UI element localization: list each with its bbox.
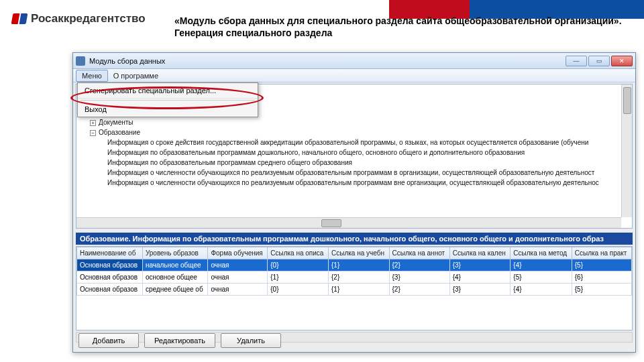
grid-header[interactable]: Ссылка на учебн bbox=[329, 247, 390, 259]
grid-header[interactable]: Форма обучения bbox=[208, 247, 268, 259]
scrollbar-thumb[interactable] bbox=[623, 87, 631, 114]
grid-header[interactable]: Наименование об bbox=[77, 247, 143, 259]
table-row[interactable]: Основная образовосновное общееочная{1}{2… bbox=[77, 272, 632, 284]
button-row: Добавить Редактировать Удалить bbox=[78, 333, 281, 348]
menu-item-generate[interactable]: Сгенерировать специальный раздел... bbox=[78, 83, 258, 99]
window-buttons: — ▭ ✕ bbox=[566, 56, 633, 66]
window-title: Модуль сбора данных bbox=[89, 57, 566, 65]
grid-header[interactable]: Ссылка на аннот bbox=[389, 247, 449, 259]
menu-item-exit[interactable]: Выход bbox=[78, 102, 258, 117]
menu-menu[interactable]: Меню bbox=[76, 70, 108, 82]
page-title: «Модуль сбора данных для специального ра… bbox=[174, 15, 637, 39]
table-row[interactable]: Основная образовсреднее общее обочная{0}… bbox=[77, 284, 632, 296]
tree-horizontal-scrollbar[interactable] bbox=[76, 217, 621, 228]
collapse-icon[interactable]: − bbox=[90, 130, 96, 136]
menu-dropdown: Сгенерировать специальный раздел... Выхо… bbox=[77, 82, 258, 117]
slide-header: Росаккредагентство «Модуль сбора данных … bbox=[0, 0, 644, 51]
grid-header[interactable]: Ссылка на описа bbox=[268, 247, 329, 259]
title-area: «Модуль сбора данных для специального ра… bbox=[168, 0, 644, 39]
menu-about[interactable]: О программе bbox=[108, 70, 164, 81]
expand-icon[interactable]: + bbox=[90, 120, 96, 126]
logo-area: Росаккредагентство bbox=[0, 0, 168, 25]
scrollbar-thumb[interactable] bbox=[321, 219, 341, 227]
grid-header-row: Наименование об Уровень образов Форма об… bbox=[77, 247, 632, 259]
app-icon bbox=[76, 56, 85, 66]
logo-flag-icon bbox=[12, 13, 27, 24]
app-window: Модуль сбора данных — ▭ ✕ Меню О програм… bbox=[72, 52, 636, 353]
section-title: Образование. Информация по образовательн… bbox=[76, 233, 633, 245]
titlebar[interactable]: Модуль сбора данных — ▭ ✕ bbox=[73, 53, 635, 69]
grid-header[interactable]: Уровень образов bbox=[142, 247, 208, 259]
data-grid[interactable]: Наименование об Уровень образов Форма об… bbox=[76, 246, 633, 330]
tree-node[interactable]: −Образование bbox=[80, 127, 628, 137]
tree-vertical-scrollbar[interactable] bbox=[621, 84, 632, 217]
tree-node[interactable]: Информация о численности обучающихся по … bbox=[80, 178, 628, 188]
tree-node[interactable]: Информация по образовательным программам… bbox=[80, 158, 628, 168]
menubar: Меню О программе bbox=[73, 69, 635, 82]
maximize-button[interactable]: ▭ bbox=[588, 56, 610, 66]
minimize-button[interactable]: — bbox=[566, 56, 587, 66]
tree-node[interactable]: +Документы bbox=[80, 117, 628, 127]
delete-button[interactable]: Удалить bbox=[221, 333, 281, 348]
tree-node[interactable]: Информация о сроке действия государствен… bbox=[80, 137, 628, 147]
add-button[interactable]: Добавить bbox=[78, 333, 139, 348]
logo-text: Росаккредагентство bbox=[31, 12, 146, 25]
tree-node[interactable]: Информация по образовательным программам… bbox=[80, 147, 628, 158]
menu-separator bbox=[80, 100, 255, 101]
edit-button[interactable]: Редактировать bbox=[144, 333, 215, 348]
table-row[interactable]: Основная образовначальное общееочная{0}{… bbox=[77, 259, 632, 272]
grid-header[interactable]: Ссылка на метод bbox=[511, 247, 572, 259]
close-button[interactable]: ✕ bbox=[611, 56, 633, 66]
grid-header[interactable]: Ссылка на практ bbox=[572, 247, 631, 259]
grid-header[interactable]: Ссылка на кален bbox=[449, 247, 511, 259]
tree-node[interactable]: Информация о численности обучающихся по … bbox=[80, 168, 628, 178]
